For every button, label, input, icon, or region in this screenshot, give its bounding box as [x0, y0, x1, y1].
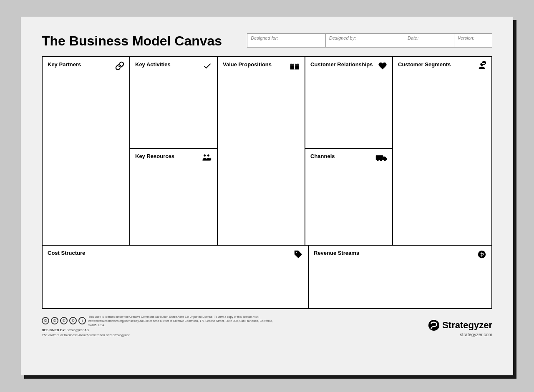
customer-relationships-label: Customer Relationships [310, 61, 373, 68]
resources-icon [201, 153, 212, 163]
revenue-streams-label: Revenue Streams [314, 250, 359, 256]
svg-point-11 [384, 159, 386, 161]
cc-icons: © © © © i [42, 317, 86, 324]
customer-segments-label: Customer Segments [398, 61, 451, 68]
tag-icon [294, 250, 303, 260]
heart-icon [378, 61, 387, 72]
svg-rect-3 [210, 158, 211, 161]
svg-rect-7 [290, 65, 299, 66]
key-resources-cell[interactable]: Key Resources [130, 149, 217, 245]
activities-resources-col: Key Activities Key Resources [130, 57, 218, 245]
customer-segments-header: Customer Segments [398, 61, 486, 72]
key-partners-header: Key Partners [48, 61, 124, 72]
money-icon [477, 250, 486, 260]
value-propositions-cell[interactable]: Value Propositions [218, 57, 305, 245]
svg-point-20 [428, 320, 439, 331]
value-propositions-label: Value Propositions [223, 61, 272, 68]
footer-right: Strategyzer strategyzer.com [428, 319, 492, 337]
page-title: The Business Model Canvas [42, 33, 222, 49]
header-row: The Business Model Canvas Designed for: … [42, 33, 492, 49]
brand-url: strategyzer.com [460, 332, 492, 337]
cost-structure-label: Cost Structure [48, 250, 85, 256]
canvas-top-section: Key Partners Key Activities [43, 57, 491, 246]
channels-header: Channels [310, 153, 387, 163]
footer: © © © © i This work is licensed under th… [42, 315, 492, 337]
cost-structure-header: Cost Structure [48, 250, 303, 260]
customer-relationships-cell[interactable]: Customer Relationships [305, 57, 392, 149]
brand-name: Strategyzer [442, 320, 492, 331]
channels-cell[interactable]: Channels [305, 149, 392, 245]
person-icon [477, 61, 486, 72]
customer-relationships-header: Customer Relationships [310, 61, 387, 72]
svg-point-0 [204, 154, 206, 156]
footer-left: © © © © i This work is licensed under th… [42, 315, 280, 337]
cc-icon-3: © [60, 317, 68, 324]
key-activities-cell[interactable]: Key Activities [130, 57, 217, 149]
footer-tagline: The makers of Business Model Generation … [42, 333, 280, 337]
svg-rect-8 [376, 155, 383, 160]
link-icon [115, 61, 124, 72]
date-field[interactable]: Date: [404, 34, 454, 47]
key-partners-cell[interactable]: Key Partners [43, 57, 130, 245]
key-partners-label: Key Partners [48, 61, 81, 68]
cc-icon-4: © [69, 317, 77, 324]
designed-for-label: Designed for: [251, 35, 278, 40]
version-label: Version: [458, 35, 474, 40]
designed-by-label: Designed by: [329, 35, 356, 40]
revenue-streams-header: Revenue Streams [314, 250, 486, 260]
cr-channels-col: Customer Relationships Channels [305, 57, 393, 245]
designed-by: DESIGNED BY: Strategyzer AG [42, 328, 280, 332]
cc-icon-5: i [78, 317, 86, 324]
check-icon [203, 61, 212, 72]
customer-segments-cell[interactable]: Customer Segments [393, 57, 491, 245]
svg-point-9 [377, 159, 379, 161]
key-resources-header: Key Resources [135, 153, 212, 163]
key-resources-label: Key Resources [135, 153, 174, 159]
license-text: This work is licensed under the Creative… [88, 315, 280, 327]
strategyzer-logo: Strategyzer [428, 319, 492, 331]
value-propositions-header: Value Propositions [223, 61, 300, 72]
svg-point-17 [484, 63, 485, 64]
designed-by-field[interactable]: Designed by: [326, 34, 404, 47]
cc-icon-2: © [51, 317, 58, 324]
revenue-streams-cell[interactable]: Revenue Streams [309, 246, 491, 308]
strategyzer-logo-icon [428, 319, 440, 331]
version-field[interactable]: Version: [454, 34, 492, 47]
canvas-bottom-section: Cost Structure Revenue Streams [43, 246, 491, 308]
key-activities-header: Key Activities [135, 61, 212, 72]
canvas-page: The Business Model Canvas Designed for: … [21, 17, 513, 375]
truck-icon [375, 153, 387, 163]
svg-point-10 [380, 159, 382, 161]
date-label: Date: [408, 35, 418, 40]
channels-label: Channels [310, 153, 335, 159]
key-activities-label: Key Activities [135, 61, 171, 68]
svg-point-1 [207, 154, 209, 156]
cost-structure-cell[interactable]: Cost Structure [43, 246, 309, 308]
cc-icon-1: © [42, 317, 49, 324]
meta-fields: Designed for: Designed by: Date: Version… [247, 33, 492, 48]
business-model-canvas: Key Partners Key Activities [42, 56, 492, 309]
designed-for-field[interactable]: Designed for: [247, 34, 326, 47]
gift-icon [290, 61, 300, 72]
